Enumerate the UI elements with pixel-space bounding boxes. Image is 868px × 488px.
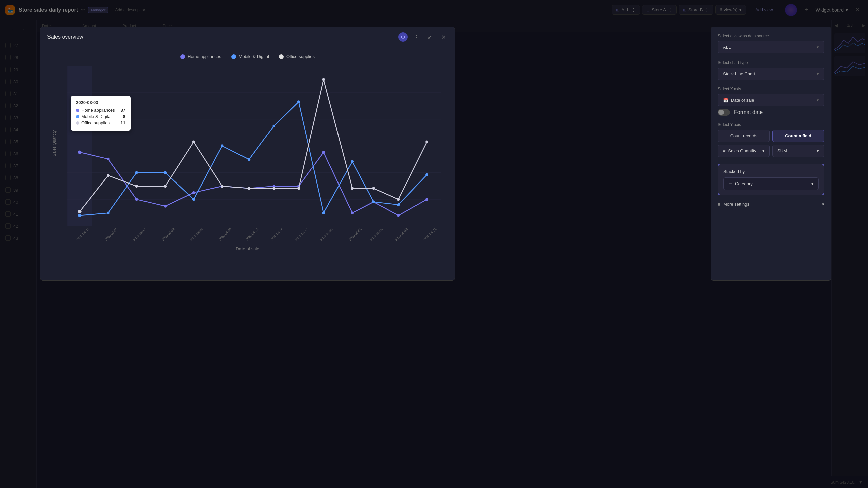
data-source-select[interactable]: ALL ▾: [718, 41, 824, 54]
chart-tooltip: 2020-03-03 Home appliances 37 Mobile & D…: [70, 96, 131, 131]
svg-text:2020-04-09: 2020-04-09: [218, 227, 232, 241]
aggregation-value: SUM: [777, 149, 787, 154]
svg-point-68: [372, 187, 375, 190]
svg-point-62: [221, 185, 224, 188]
svg-text:2020-04-15: 2020-04-15: [270, 227, 284, 241]
chart-wrapper: 0 20 40 60 80 100 120 2020-03-03 2020-03…: [67, 66, 441, 245]
aggregation-chevron: ▾: [817, 149, 819, 154]
settings-icon-button[interactable]: ⚙: [398, 32, 408, 42]
y-axis-buttons: Count records Count a field: [718, 130, 824, 142]
svg-text:2020-03-05: 2020-03-05: [104, 227, 118, 241]
svg-point-51: [297, 100, 300, 103]
svg-point-64: [272, 187, 275, 190]
y-axis-label: Select Y axis: [718, 122, 824, 127]
aggregation-select[interactable]: SUM ▾: [772, 145, 824, 157]
legend-office-supplies: Office supplies: [279, 54, 315, 59]
x-axis-value: Date of sale: [731, 98, 754, 103]
svg-text:2020-03-13: 2020-03-13: [132, 227, 147, 241]
more-settings-chevron: ▾: [822, 201, 824, 206]
svg-text:2020-03-19: 2020-03-19: [161, 227, 175, 241]
stacked-by-value: Category: [735, 181, 753, 186]
tooltip-date: 2020-03-03: [76, 100, 125, 105]
tooltip-row-home: Home appliances 37: [76, 108, 125, 112]
modal-actions: ⚙ ⋮ ⤢ ✕: [398, 32, 448, 42]
svg-point-50: [272, 125, 275, 128]
data-source-chevron: ▾: [817, 45, 819, 50]
legend-label-home: Home appliances: [188, 54, 221, 59]
svg-text:2020-05-05: 2020-05-05: [369, 227, 383, 241]
y-axis-sub: # Sales Quantity ▾ SUM ▾: [718, 145, 824, 157]
stacked-by-select[interactable]: ☰ Category ▾: [723, 177, 819, 190]
count-records-button[interactable]: Count records: [718, 130, 770, 142]
svg-text:2020-05-12: 2020-05-12: [394, 227, 408, 241]
expand-button[interactable]: ⤢: [425, 32, 434, 42]
more-settings-row[interactable]: More settings ▾: [718, 198, 824, 210]
settings-panel: Select a view as data source ALL ▾ Selec…: [711, 27, 831, 281]
format-date-label: Format date: [734, 109, 763, 115]
svg-point-32: [164, 204, 167, 207]
svg-point-55: [397, 203, 400, 206]
close-modal-button[interactable]: ✕: [438, 32, 448, 42]
svg-point-59: [135, 185, 138, 188]
svg-point-41: [397, 214, 400, 217]
legend-dot-office: [279, 55, 284, 59]
x-axis-label: Date of sale: [47, 246, 448, 251]
chart-type-section: Select chart type Stack Line Chart ▾: [718, 60, 824, 80]
legend-dot-mobile: [231, 55, 236, 59]
svg-point-47: [192, 198, 195, 201]
chart-type-select[interactable]: Stack Line Chart ▾: [718, 67, 824, 80]
tooltip-label-home: Home appliances: [81, 108, 115, 112]
svg-point-52: [322, 211, 325, 214]
tooltip-row-office: Office supplies 11: [76, 120, 125, 125]
stacked-by-section: Stacked by ☰ Category ▾: [718, 164, 824, 195]
more-options-button[interactable]: ⋮: [412, 32, 421, 42]
y-axis-label: Sales Quantity: [52, 130, 57, 156]
tooltip-dot-mobile: [76, 115, 79, 118]
svg-point-33: [192, 191, 195, 194]
svg-point-43: [78, 214, 82, 217]
tooltip-value-mobile: 8: [123, 114, 125, 119]
svg-point-60: [164, 185, 167, 188]
svg-point-56: [426, 173, 429, 176]
svg-text:2020-03-20: 2020-03-20: [190, 227, 204, 241]
field-chevron: ▾: [762, 149, 765, 154]
chart-svg: 0 20 40 60 80 100 120 2020-03-03 2020-03…: [67, 66, 441, 244]
data-source-value: ALL: [723, 45, 731, 50]
chart-modal: Sales overview ⚙ ⋮ ⤢ ✕ Home appliances M…: [40, 27, 455, 281]
format-date-row: Format date: [718, 109, 824, 116]
tooltip-dot-home: [76, 109, 79, 112]
rows-icon: ☰: [728, 181, 732, 186]
svg-point-48: [221, 144, 224, 148]
legend-mobile-digital: Mobile & Digital: [231, 54, 269, 59]
svg-point-69: [397, 198, 400, 201]
svg-text:2020-04-21: 2020-04-21: [319, 227, 334, 241]
legend-label-office: Office supplies: [286, 54, 315, 59]
x-axis-select[interactable]: 📅 Date of sale ▾: [718, 94, 824, 106]
modal-title: Sales overview: [47, 34, 398, 40]
field-value: Sales Quantity: [728, 149, 756, 154]
svg-point-49: [248, 158, 251, 161]
chart-type-chevron: ▾: [817, 71, 819, 76]
format-date-toggle[interactable]: [718, 109, 730, 116]
tooltip-value-office: 11: [121, 120, 125, 125]
svg-point-42: [426, 198, 429, 201]
svg-point-31: [135, 198, 138, 201]
hash-icon: #: [723, 149, 725, 154]
x-axis-section: Select X axis 📅 Date of sale ▾ Format da…: [718, 87, 824, 116]
svg-point-45: [135, 171, 138, 174]
svg-text:2020-03-03: 2020-03-03: [75, 227, 90, 241]
svg-point-44: [107, 211, 110, 214]
chart-type-value: Stack Line Chart: [723, 71, 755, 76]
svg-point-53: [351, 160, 354, 163]
field-select[interactable]: # Sales Quantity ▾: [718, 145, 770, 157]
svg-point-30: [107, 158, 110, 161]
data-source-section: Select a view as data source ALL ▾: [718, 34, 824, 54]
svg-point-29: [78, 151, 82, 154]
svg-text:2020-04-17: 2020-04-17: [295, 227, 309, 241]
count-field-button[interactable]: Count a field: [772, 130, 824, 142]
more-settings-dot: [718, 203, 720, 205]
legend-home-appliances: Home appliances: [180, 54, 221, 59]
svg-point-57: [78, 209, 82, 213]
legend-dot-home: [180, 55, 185, 59]
svg-point-65: [297, 187, 300, 190]
